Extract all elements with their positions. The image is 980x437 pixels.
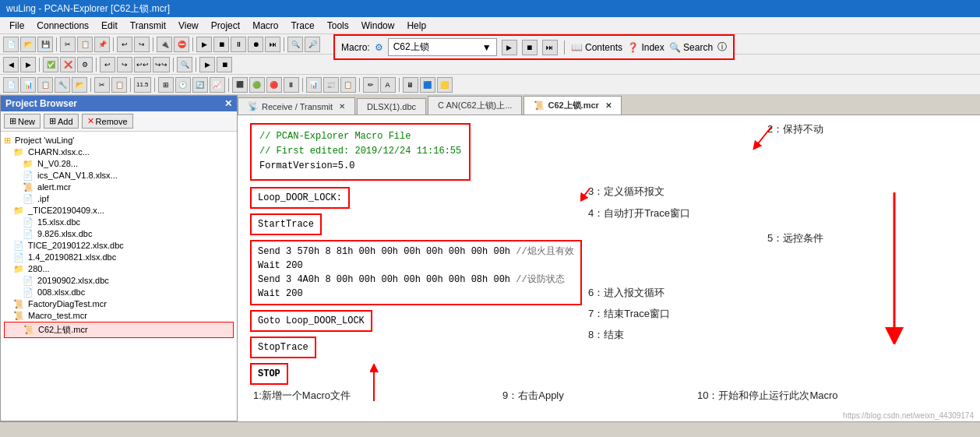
tree-item-14xlsx[interactable]: 📄 1.4_20190821.xlsx.dbc (4, 252, 234, 263)
tb-b6[interactable]: 🔍 (287, 37, 303, 52)
tab-dlsx[interactable]: DLSX(1).dbc (357, 98, 426, 115)
tb3-b10[interactable]: 🕐 (175, 77, 191, 93)
tb3-b2[interactable]: 📊 (20, 77, 36, 93)
tab-c62mcr-close[interactable]: ✕ (605, 101, 612, 110)
tb2-b11[interactable]: ▶ (199, 57, 215, 72)
tree-item-charn[interactable]: 📁 CHARN.xlsx.c... (4, 146, 234, 158)
tb-b4[interactable]: ⏺ (248, 37, 263, 52)
tree-item-c62[interactable]: 📜 C62上锁.mcr (4, 322, 234, 338)
tb2-b7[interactable]: ↪ (117, 57, 132, 72)
tb2-b5[interactable]: ⚙ (77, 57, 93, 72)
tree-item-280[interactable]: 📁 280... (4, 263, 234, 275)
editor-area[interactable]: // PCAN-Explorer Macro File // First edi… (238, 115, 980, 421)
paste-btn[interactable]: 📌 (94, 37, 110, 52)
tb3-b14[interactable]: 🟢 (249, 77, 265, 93)
pb-add-btn[interactable]: ⊞ Add (44, 114, 79, 129)
tb3-b9[interactable]: ⊞ (158, 77, 174, 93)
tb3-b20[interactable]: ✏ (363, 77, 379, 93)
tb-b2[interactable]: ⏹ (213, 37, 229, 52)
tb2-b8[interactable]: ↩↩ (134, 57, 151, 72)
tb2-b3[interactable]: ✅ (43, 57, 58, 72)
index-link[interactable]: ❓ Index (627, 42, 664, 53)
tb3-b15[interactable]: 🔴 (266, 77, 282, 93)
menu-help[interactable]: Help (400, 19, 432, 33)
tb3-b8[interactable]: 11.5 (134, 77, 151, 93)
tree-item-15xlsx[interactable]: 📄 15.xlsx.dbc (4, 217, 234, 228)
disconnect-btn[interactable]: ⛔ (174, 37, 189, 52)
tree-item-tice2[interactable]: 📄 TICE_20190122.xlsx.dbc (4, 240, 234, 252)
menu-transmit[interactable]: Transmit (124, 19, 172, 33)
copy-btn[interactable]: 📋 (77, 37, 93, 52)
remove-label: Remove (96, 117, 128, 126)
menu-trace[interactable]: Trace (284, 19, 320, 33)
tree-item-ipf[interactable]: 📄 .ipf (4, 193, 234, 205)
tree-item-008[interactable]: 📄 008.xlsx.dbc (4, 287, 234, 298)
tb2-b9[interactable]: ↪↪ (153, 57, 170, 72)
pb-remove-btn[interactable]: ✕ Remove (82, 114, 133, 129)
tb-b7[interactable]: 🔎 (305, 37, 320, 52)
menu-tools[interactable]: Tools (321, 19, 355, 33)
tb2-b10[interactable]: 🔍 (177, 57, 192, 72)
tree-item-9826[interactable]: 📄 9.826.xlsx.dbc (4, 228, 234, 240)
tb3-b11[interactable]: 🔄 (192, 77, 208, 93)
tb3-b3[interactable]: 📋 (37, 77, 53, 93)
menu-project[interactable]: Project (205, 19, 246, 33)
open-btn[interactable]: 📂 (20, 37, 36, 52)
tree-item-factory[interactable]: 📜 FactoryDiagTest.mcr (4, 298, 234, 310)
tb3-b19[interactable]: 📋 (340, 77, 356, 93)
save-btn[interactable]: 💾 (37, 37, 53, 52)
macro-stop-btn[interactable]: ⏹ (522, 40, 538, 55)
macro-run-btn[interactable]: ▶ (502, 40, 517, 55)
search-link[interactable]: 🔍 Search (669, 42, 713, 53)
tree-item-alert[interactable]: 📜 alert.mcr (4, 181, 234, 193)
tb3-b1[interactable]: 📄 (3, 77, 19, 93)
tb2-b2[interactable]: ▶ (20, 57, 36, 72)
macro-dropdown[interactable]: C62上锁 ▼ (388, 38, 497, 56)
tb2-b6[interactable]: ↩ (100, 57, 115, 72)
tree-item-902[interactable]: 📄 20190902.xlsx.dbc (4, 275, 234, 287)
tb3-b7[interactable]: 📋 (111, 77, 127, 93)
tab-can[interactable]: C AN(C62上锁)上... (428, 96, 522, 115)
cut-btn[interactable]: ✂ (60, 37, 76, 52)
pb-new-btn[interactable]: ⊞ New (4, 114, 41, 129)
tb3-b4[interactable]: 🔧 (55, 77, 70, 93)
tb3-b6[interactable]: ✂ (94, 77, 110, 93)
tree-item-nv028[interactable]: 📁 N_V0.28... (4, 158, 234, 170)
tb2-b1[interactable]: ◀ (3, 57, 19, 72)
tb3-b18[interactable]: 📰 (323, 77, 339, 93)
tb2-b4[interactable]: ❌ (60, 57, 76, 72)
tb2-b12[interactable]: ⏹ (217, 57, 232, 72)
tab-recv-close[interactable]: ✕ (339, 102, 345, 111)
new-btn[interactable]: 📄 (3, 37, 19, 52)
tb3-b16[interactable]: ⏸ (284, 77, 299, 93)
tb3-b22[interactable]: 🖥 (403, 77, 418, 93)
tb3-b5[interactable]: 📂 (72, 77, 87, 93)
menu-window[interactable]: Window (355, 19, 401, 33)
tree-project-root[interactable]: ⊞ Project 'wuLing' (4, 135, 234, 146)
tb3-b13[interactable]: ⬛ (232, 77, 248, 93)
tab-receive-transmit[interactable]: 📡 Receive / Transmit ✕ (238, 97, 355, 115)
menu-connections[interactable]: Connections (30, 19, 95, 33)
tb3-b23[interactable]: 🟦 (420, 77, 435, 93)
undo-btn[interactable]: ↩ (117, 37, 132, 52)
redo-btn[interactable]: ↪ (134, 37, 150, 52)
tb-b5[interactable]: ⏭ (265, 37, 280, 52)
tb3-b17[interactable]: 📊 (306, 77, 322, 93)
menu-macro[interactable]: Macro (246, 19, 284, 33)
tb3-b21[interactable]: A (380, 77, 396, 93)
menu-file[interactable]: File (3, 19, 30, 33)
pb-close-icon[interactable]: ✕ (224, 98, 232, 109)
menu-view[interactable]: View (172, 19, 205, 33)
tb3-b24[interactable]: 🟨 (437, 77, 453, 93)
macro-step-btn[interactable]: ⏭ (542, 40, 558, 55)
tb-b1[interactable]: ▶ (196, 37, 212, 52)
tab-c62mcr[interactable]: 📜 C62上锁.mcr ✕ (523, 96, 621, 115)
tree-item-macrotest[interactable]: 📜 Macro_test.mcr (4, 310, 234, 322)
connect-btn[interactable]: 🔌 (157, 37, 172, 52)
tb3-b12[interactable]: 📈 (210, 77, 225, 93)
tree-item-ics[interactable]: 📄 ics_CAN_V1.8.xlsx... (4, 170, 234, 181)
tree-item-tice1[interactable]: 📁 _TICE20190409.x... (4, 205, 234, 217)
contents-link[interactable]: 📖 Contents (571, 42, 622, 53)
tb-b3[interactable]: ⏸ (231, 37, 246, 52)
menu-edit[interactable]: Edit (95, 19, 124, 33)
